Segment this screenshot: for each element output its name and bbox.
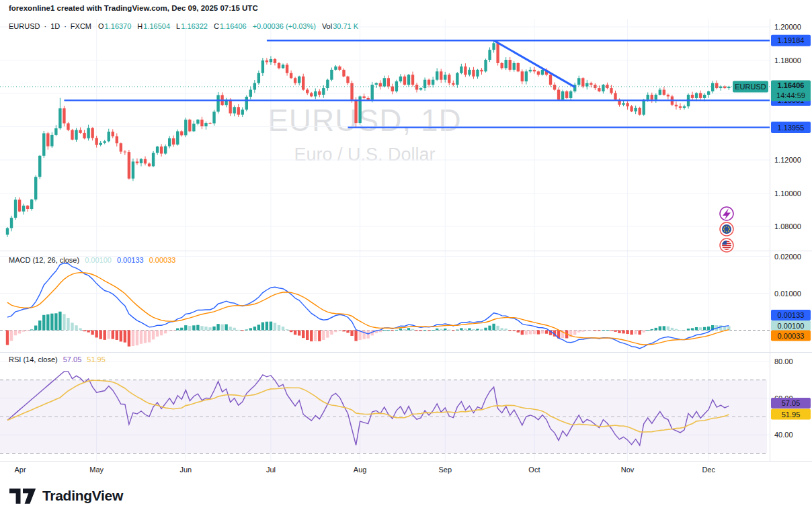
svg-text:80.00: 80.00 <box>774 357 793 366</box>
footer: TradingView <box>9 488 123 504</box>
legend-symbol[interactable]: EURUSD <box>9 22 40 30</box>
macd-title[interactable]: MACD (12, 26, close) <box>9 256 79 264</box>
close-value: 1.16406 <box>220 22 247 30</box>
legend-separator: · <box>44 22 46 30</box>
macd-legend: MACD (12, 26, close) 0.00100 0.00133 0.0… <box>9 256 181 264</box>
time-axis-label-jul: Jul <box>266 466 276 474</box>
volume-value: 30.71 K <box>333 22 358 30</box>
time-axis-label-jun: Jun <box>179 466 192 474</box>
svg-text:40.00: 40.00 <box>774 431 793 439</box>
svg-text:1.08000: 1.08000 <box>774 222 801 230</box>
svg-text:1.10000: 1.10000 <box>774 189 801 198</box>
time-axis-label-sep: Sep <box>438 466 452 474</box>
open-value: 1.16370 <box>105 22 132 30</box>
svg-text:0.01000: 0.01000 <box>774 290 801 298</box>
time-axis-label-apr: Apr <box>14 466 26 474</box>
svg-text:1.19184: 1.19184 <box>778 36 805 44</box>
legend-interval[interactable]: 1D <box>50 22 60 30</box>
time-axis-label-nov: Nov <box>621 466 635 474</box>
svg-text:1.12000: 1.12000 <box>774 156 801 164</box>
tradingview-logo-text[interactable]: TradingView <box>42 488 123 504</box>
event-icons[interactable] <box>720 207 733 252</box>
macd-line-value: 0.00133 <box>117 256 144 264</box>
legend-exchange: FXCM <box>71 22 91 30</box>
time-axis[interactable]: AprMayJunJulAugSepOctNovDec <box>14 466 715 474</box>
high-label: H <box>137 22 143 30</box>
svg-text:1.13955: 1.13955 <box>778 124 805 132</box>
time-axis-label-may: May <box>89 466 104 474</box>
svg-text:0.00100: 0.00100 <box>778 322 805 330</box>
rsi-value: 57.05 <box>63 355 82 363</box>
change-value: +0.00036 (+0.03%) <box>253 22 316 30</box>
high-value: 1.16504 <box>143 22 170 30</box>
svg-text:1.18000: 1.18000 <box>774 56 801 64</box>
macd-histogram-value: 0.00100 <box>85 256 112 264</box>
low-value: 1.16322 <box>181 22 208 30</box>
close-label: C <box>214 22 219 30</box>
legend-separator: · <box>64 22 67 30</box>
macd-histogram <box>6 312 731 347</box>
attribution-text: forexonline1 created with TradingView.co… <box>9 4 258 12</box>
time-axis-label-aug: Aug <box>354 466 367 474</box>
volume-label: Vol <box>322 22 332 30</box>
open-label: O <box>98 22 104 30</box>
low-label: L <box>176 22 180 30</box>
rsi-ma-value: 51.95 <box>87 355 106 363</box>
svg-text:14:44:59: 14:44:59 <box>776 91 805 99</box>
svg-text:0.00133: 0.00133 <box>778 311 805 319</box>
svg-text:57.05: 57.05 <box>782 399 801 407</box>
tradingview-logo-icon[interactable] <box>9 488 36 504</box>
svg-text:0.00033: 0.00033 <box>778 332 805 340</box>
symbol-legend: EURUSD · 1D · FXCM O 1.16370 H 1.16504 L… <box>9 22 364 30</box>
candlestick-series <box>6 40 731 236</box>
svg-text:51.95: 51.95 <box>782 411 801 419</box>
rsi-legend: RSI (14, close) 57.05 51.95 <box>9 355 111 363</box>
svg-text:1.20000: 1.20000 <box>774 23 801 31</box>
time-axis-label-oct: Oct <box>528 466 540 474</box>
rsi-band <box>0 331 770 454</box>
svg-text:EURUSD: EURUSD <box>735 83 766 91</box>
macd-signal-value: 0.00033 <box>149 256 176 264</box>
svg-text:0.02000: 0.02000 <box>774 253 801 261</box>
time-axis-label-dec: Dec <box>702 466 715 474</box>
svg-text:1.16406: 1.16406 <box>778 81 805 89</box>
tradingview-chart-screenshot: forexonline1 created with TradingView.co… <box>0 0 812 516</box>
rsi-title[interactable]: RSI (14, close) <box>9 355 58 363</box>
chart-canvas[interactable]: 1.200001.180001.120001.100001.080000.020… <box>0 0 812 478</box>
